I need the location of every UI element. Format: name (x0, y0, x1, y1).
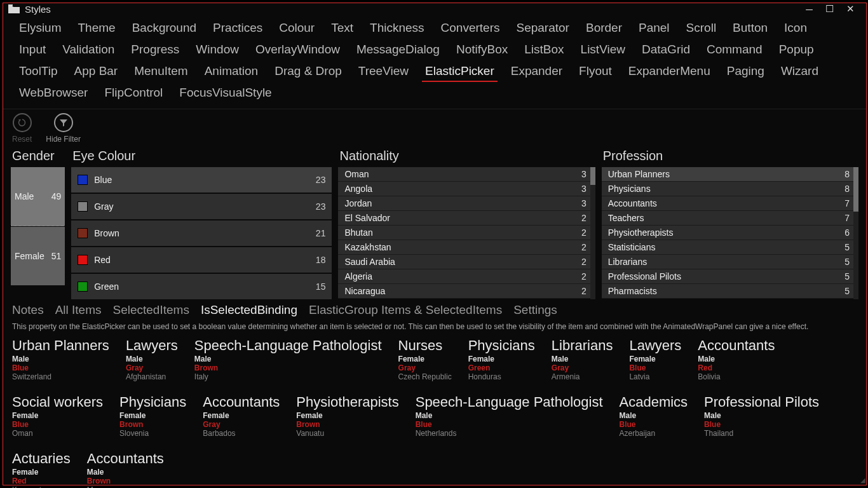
profession-item[interactable]: Physiotherapists6 (602, 226, 858, 240)
tab-converters[interactable]: Converters (433, 17, 508, 39)
facet-eye-title: Eye Colour (71, 147, 332, 167)
eye-item[interactable]: Brown21 (71, 220, 332, 246)
tab-listbox[interactable]: ListBox (516, 39, 572, 60)
profession-item[interactable]: Statisticians5 (602, 240, 858, 255)
person-card[interactable]: Speech-Language PathologistMaleBlueNethe… (416, 394, 603, 438)
tab-flipcontrol[interactable]: FlipControl (96, 82, 171, 104)
tab-icon[interactable]: Icon (776, 17, 815, 39)
nationality-item[interactable]: Saudi Arabia2 (338, 255, 595, 269)
person-card[interactable]: AccountantsMaleRedBolivia (698, 337, 775, 381)
tab-animation[interactable]: Animation (196, 60, 267, 82)
resize-grip[interactable]: ◢ (860, 477, 864, 484)
maximize-button[interactable]: ☐ (825, 3, 834, 15)
person-card[interactable]: Speech-Language PathologistMaleBrownItal… (194, 337, 382, 381)
subtab-settings[interactable]: Settings (513, 303, 557, 317)
hide-filter-button[interactable]: Hide Filter (46, 113, 81, 144)
tab-datagrid[interactable]: DataGrid (634, 39, 698, 60)
tab-paging[interactable]: Paging (719, 60, 773, 82)
card-eye: Red (698, 363, 775, 372)
subtab-notes[interactable]: Notes (12, 303, 44, 317)
person-card[interactable]: LibrariansMaleGrayArmenia (552, 337, 613, 381)
profession-item[interactable]: Accountants7 (602, 196, 858, 211)
person-card[interactable]: PhysiciansFemaleGreenHonduras (468, 337, 535, 381)
tab-listview[interactable]: ListView (573, 39, 634, 60)
tab-progress[interactable]: Progress (123, 39, 187, 60)
gender-item[interactable]: Female51 (11, 227, 65, 285)
reset-button[interactable]: Reset (12, 113, 32, 144)
tab-tooltip[interactable]: ToolTip (11, 60, 66, 82)
prof-scrollbar[interactable] (853, 167, 858, 299)
person-card[interactable]: LawyersFemaleBlueLatvia (629, 337, 681, 381)
nationality-item[interactable]: El Salvador2 (338, 211, 595, 226)
tab-scroll[interactable]: Scroll (678, 17, 725, 39)
tab-theme[interactable]: Theme (70, 17, 124, 39)
tab-thickness[interactable]: Thickness (362, 17, 433, 39)
profession-item[interactable]: Teachers7 (602, 211, 858, 226)
facet-profession: Profession Urban Planners8Physicians8Acc… (602, 147, 858, 299)
tab-overlaywindow[interactable]: OverlayWindow (247, 39, 348, 60)
minimize-button[interactable]: ─ (806, 4, 813, 15)
subtab-all-items[interactable]: All Items (55, 303, 102, 317)
tab-validation[interactable]: Validation (54, 39, 123, 60)
profession-item[interactable]: Urban Planners8 (602, 167, 858, 182)
tab-expander[interactable]: Expander (503, 60, 571, 82)
tab-flyout[interactable]: Flyout (571, 60, 620, 82)
profession-item[interactable]: Pharmacists5 (602, 284, 858, 299)
tab-treeview[interactable]: TreeView (350, 60, 417, 82)
tab-separator[interactable]: Separator (508, 17, 578, 39)
tab-window[interactable]: Window (187, 39, 247, 60)
tab-expandermenu[interactable]: ExpanderMenu (620, 60, 719, 82)
tab-elasticpicker[interactable]: ElasticPicker (417, 60, 503, 82)
nationality-item[interactable]: Nicaragua2 (338, 284, 595, 299)
tab-practices[interactable]: Practices (205, 17, 271, 39)
tab-text[interactable]: Text (323, 17, 362, 39)
person-card[interactable]: AccountantsMaleBrownMorocco (87, 451, 164, 488)
profession-item[interactable]: Librarians5 (602, 255, 858, 269)
tab-drag-drop[interactable]: Drag & Drop (266, 60, 350, 82)
person-card[interactable]: Social workersFemaleBlueOman (12, 394, 103, 438)
tab-panel[interactable]: Panel (630, 17, 678, 39)
person-card[interactable]: AcademicsMaleBlueAzerbaijan (620, 394, 688, 438)
nationality-item[interactable]: Oman3 (338, 167, 595, 182)
subtab-elasticgroup-items-selecteditems[interactable]: ElasticGroup Items & SelectedItems (309, 303, 502, 317)
tab-app-bar[interactable]: App Bar (66, 60, 126, 82)
nationality-item[interactable]: Jordan3 (338, 196, 595, 211)
person-card[interactable]: NursesFemaleGrayCzech Republic (398, 337, 452, 381)
tab-input[interactable]: Input (11, 39, 54, 60)
nat-scrollbar[interactable] (590, 167, 595, 299)
eye-item[interactable]: Red18 (71, 247, 332, 273)
subtab-isselectedbinding[interactable]: IsSelectedBinding (201, 303, 297, 317)
tab-notifybox[interactable]: NotifyBox (448, 39, 516, 60)
tab-menuitem[interactable]: MenuItem (126, 60, 196, 82)
profession-item[interactable]: Physicians8 (602, 182, 858, 196)
person-card[interactable]: PhysiciansFemaleBrownSlovenia (119, 394, 186, 438)
tab-button[interactable]: Button (724, 17, 776, 39)
person-card[interactable]: LawyersMaleGrayAfghanistan (126, 337, 178, 381)
nationality-item[interactable]: Algeria2 (338, 269, 595, 284)
person-card[interactable]: AccountantsFemaleGrayBarbados (203, 394, 280, 438)
tab-border[interactable]: Border (578, 17, 630, 39)
tab-colour[interactable]: Colour (271, 17, 323, 39)
person-card[interactable]: PhysiotherapistsFemaleBrownVanuatu (296, 394, 398, 438)
tab-focusvisualstyle[interactable]: FocusVisualStyle (171, 82, 280, 104)
tab-wizard[interactable]: Wizard (773, 60, 827, 82)
tab-command[interactable]: Command (698, 39, 771, 60)
person-card[interactable]: ActuariesFemaleRedKyrgyzstan (12, 451, 71, 488)
nationality-item[interactable]: Bhutan2 (338, 226, 595, 240)
person-card[interactable]: Urban PlannersMaleBlueSwitzerland (12, 337, 109, 381)
tab-popup[interactable]: Popup (771, 39, 822, 60)
gender-item[interactable]: Male49 (11, 167, 65, 226)
tab-elysium[interactable]: Elysium (11, 17, 70, 39)
close-button[interactable]: ✕ (846, 3, 855, 15)
tab-messagedialog[interactable]: MessageDialog (348, 39, 448, 60)
subtab-selecteditems[interactable]: SelectedItems (113, 303, 189, 317)
nationality-item[interactable]: Kazakhstan2 (338, 240, 595, 255)
person-card[interactable]: Professional PilotsMaleBlueThailand (704, 394, 819, 438)
nationality-item[interactable]: Angola3 (338, 182, 595, 196)
profession-item[interactable]: Professional Pilots5 (602, 269, 858, 284)
tab-webbrowser[interactable]: WebBrowser (11, 82, 96, 104)
eye-item[interactable]: Gray23 (71, 194, 332, 219)
eye-item[interactable]: Blue23 (71, 167, 332, 193)
eye-item[interactable]: Green15 (71, 274, 332, 299)
tab-background[interactable]: Background (124, 17, 205, 39)
